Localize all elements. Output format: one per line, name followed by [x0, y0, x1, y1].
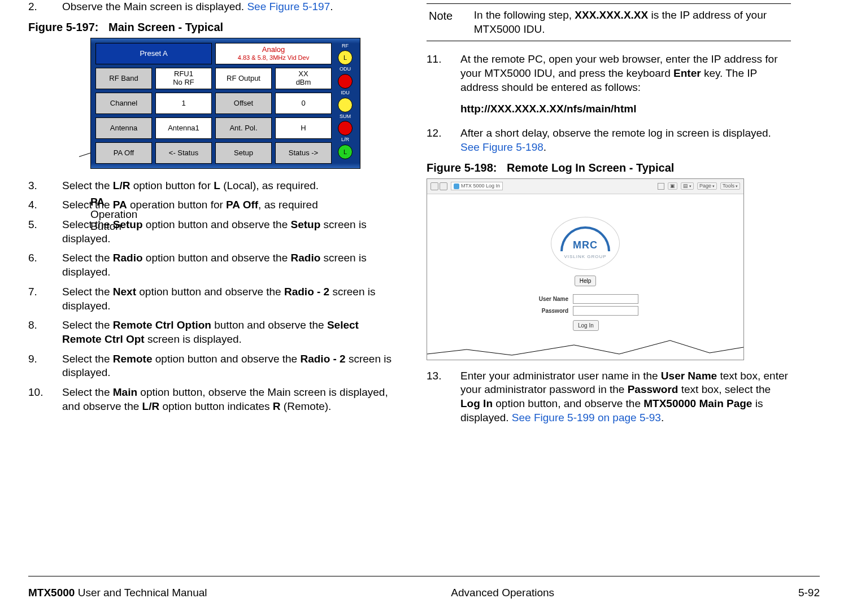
step-body: Select the Remote Ctrl Option button and… — [62, 318, 393, 346]
page-menu[interactable]: Page ▾ — [697, 182, 717, 190]
login-button[interactable]: Log In — [573, 320, 599, 331]
figure-5-198-caption: Figure 5-198: Remote Log In Screen - Typ… — [427, 160, 791, 175]
lr-led[interactable]: L — [338, 145, 353, 159]
status-fwd-button[interactable]: Status -> — [275, 142, 332, 164]
step-number: 8. — [28, 318, 62, 346]
step-body: Select the Radio option button and obser… — [62, 251, 393, 279]
right-column: Note In the following step, XXX.XXX.X.XX… — [427, 0, 791, 430]
mode-display: Analog 4.83 & 5.8, 3MHz Vid Dev — [215, 43, 332, 64]
footer-left: MTX5000 User and Technical Manual — [28, 587, 207, 599]
note-label: Note — [429, 8, 464, 36]
username-input[interactable] — [573, 294, 638, 304]
step-number: 7. — [28, 285, 62, 313]
channel-button[interactable]: Channel — [95, 93, 152, 114]
footer-rule — [28, 576, 820, 576]
pa-operation-callout: PA Operation Button — [90, 196, 137, 233]
forward-icon[interactable] — [440, 182, 447, 190]
antenna-button[interactable]: Antenna — [95, 117, 152, 139]
step-body: Select the L/R option button for L (Loca… — [62, 179, 393, 193]
rf-led: L — [338, 50, 353, 65]
username-label: User Name — [532, 295, 568, 303]
main-screen-device: Preset A Analog 4.83 & 5.8, 3MHz Vid Dev… — [90, 38, 360, 169]
left-column: 2. Observe the Main screen is displayed.… — [28, 0, 393, 430]
setup-button[interactable]: Setup — [215, 142, 272, 164]
tab-favicon-icon — [454, 184, 459, 189]
odu-led — [338, 74, 353, 89]
feed-icon[interactable]: ▣ — [668, 182, 677, 190]
footer-page-number: 5-92 — [798, 587, 820, 599]
step-number: 11. — [427, 53, 460, 94]
step-body: Observe the Main screen is displayed. Se… — [62, 0, 393, 14]
step-number: 13. — [427, 369, 460, 425]
step-body: Select the Next option button and observ… — [62, 285, 393, 313]
antenna-value: Antenna1 — [155, 117, 212, 139]
url-text: http://XXX.XXX.X.XX/nfs/main/html — [460, 102, 791, 116]
step-body: After a short delay, observe the remote … — [460, 126, 791, 154]
password-input[interactable] — [573, 306, 638, 316]
step-number: 3. — [28, 179, 62, 193]
status-led-column: RF L ODU IDU SUM L/R L — [335, 43, 355, 164]
step-body: Select the Main option button, observe t… — [62, 386, 393, 413]
step-number: 6. — [28, 251, 62, 279]
note-body: In the following step, XXX.XXX.X.XX is t… — [474, 8, 789, 36]
nav-icons — [430, 182, 447, 190]
status-back-button[interactable]: <- Status — [155, 142, 212, 164]
help-button[interactable]: Help — [575, 276, 597, 286]
tools-menu[interactable]: Tools ▾ — [720, 182, 740, 190]
figure-link[interactable]: See Figure 5-199 on page 5-93 — [512, 412, 661, 423]
rf-output-label: RF Output — [215, 68, 272, 89]
figure-link[interactable]: See Figure 5-197 — [247, 1, 330, 12]
step-number: 4. — [28, 198, 62, 212]
channel-value: 1 — [155, 93, 212, 114]
step-number: 12. — [427, 126, 460, 154]
idu-led — [338, 98, 353, 112]
ant-pol-button[interactable]: Ant. Pol. — [215, 117, 272, 139]
step-number: 2. — [28, 0, 62, 14]
rf-band-button[interactable]: RF Band — [95, 68, 152, 89]
password-label: Password — [532, 307, 568, 314]
step-number: 10. — [28, 386, 62, 413]
home-icon[interactable] — [658, 183, 664, 190]
torn-edge — [427, 337, 743, 360]
offset-button[interactable]: Offset — [215, 93, 272, 114]
page: 2. Observe the Main screen is displayed.… — [0, 0, 848, 616]
preset-button[interactable]: Preset A — [95, 43, 212, 64]
rfu-value: RFU1 No RF — [155, 68, 212, 89]
offset-value: 0 — [275, 93, 332, 114]
pa-off-button[interactable]: PA Off — [95, 142, 152, 164]
step-number: 9. — [28, 352, 62, 380]
browser-toolbar: MTX 5000 Log In ▣ ▤ ▾ Page ▾ Tools ▾ — [427, 179, 743, 194]
step-body: At the remote PC, open your web browser,… — [460, 53, 791, 94]
ant-pol-value: H — [275, 117, 332, 139]
step-body: Enter your administrator user name in th… — [460, 369, 791, 425]
login-screenshot: MTX 5000 Log In ▣ ▤ ▾ Page ▾ Tools ▾ MRC… — [427, 178, 744, 360]
print-icon[interactable]: ▤ ▾ — [681, 182, 694, 190]
figure-link[interactable]: See Figure 5-198 — [460, 141, 543, 153]
step-number: 5. — [28, 218, 62, 246]
back-icon[interactable] — [430, 182, 438, 190]
dbm-value: XX dBm — [275, 68, 332, 89]
note-box: Note In the following step, XXX.XXX.X.XX… — [427, 3, 791, 41]
browser-tab[interactable]: MTX 5000 Log In — [451, 182, 503, 191]
mrc-logo: MRC VISLINK GROUP — [551, 217, 620, 270]
figure-5-197-caption: Figure 5-197: Main Screen - Typical — [28, 20, 393, 34]
page-footer: MTX5000 User and Technical Manual Advanc… — [28, 587, 820, 599]
footer-center: Advanced Operations — [451, 587, 554, 599]
step-body: Select the Remote option button and obse… — [62, 352, 393, 380]
sum-led — [338, 121, 353, 136]
